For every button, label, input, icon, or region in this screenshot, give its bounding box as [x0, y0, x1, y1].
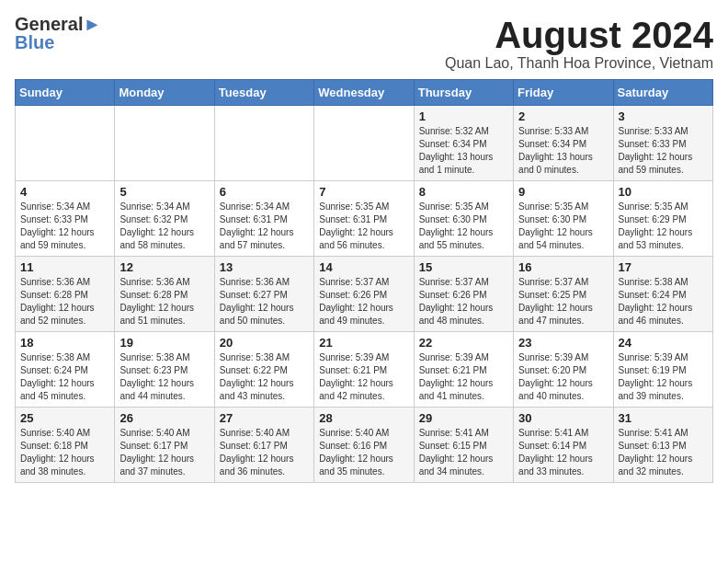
table-row: 26Sunrise: 5:40 AM Sunset: 6:17 PM Dayli…: [115, 408, 214, 483]
day-info: Sunrise: 5:41 AM Sunset: 6:14 PM Dayligh…: [518, 427, 608, 478]
table-row: 6Sunrise: 5:34 AM Sunset: 6:31 PM Daylig…: [214, 181, 313, 257]
header-friday: Friday: [514, 80, 613, 106]
day-info: Sunrise: 5:37 AM Sunset: 6:26 PM Dayligh…: [419, 276, 508, 327]
page-header: General► Blue August 2024 Quan Lao, Than…: [15, 15, 713, 72]
header-sunday: Sunday: [16, 80, 115, 106]
day-number: 4: [20, 185, 109, 199]
day-number: 5: [119, 185, 209, 199]
table-row: [314, 106, 414, 181]
calendar-week-row: 4Sunrise: 5:34 AM Sunset: 6:33 PM Daylig…: [16, 181, 713, 257]
day-number: 29: [419, 411, 508, 425]
calendar-week-row: 11Sunrise: 5:36 AM Sunset: 6:28 PM Dayli…: [16, 257, 713, 332]
day-info: Sunrise: 5:40 AM Sunset: 6:17 PM Dayligh…: [119, 427, 209, 478]
day-number: 22: [419, 336, 508, 350]
day-number: 27: [220, 411, 309, 425]
table-row: 18Sunrise: 5:38 AM Sunset: 6:24 PM Dayli…: [16, 332, 115, 408]
day-number: 31: [619, 411, 708, 425]
day-number: 16: [518, 260, 608, 274]
table-row: 21Sunrise: 5:39 AM Sunset: 6:21 PM Dayli…: [314, 332, 414, 408]
table-row: 10Sunrise: 5:35 AM Sunset: 6:29 PM Dayli…: [613, 181, 712, 257]
day-info: Sunrise: 5:35 AM Sunset: 6:29 PM Dayligh…: [619, 201, 708, 252]
table-row: [115, 106, 214, 181]
table-row: 16Sunrise: 5:37 AM Sunset: 6:25 PM Dayli…: [514, 257, 613, 332]
day-info: Sunrise: 5:40 AM Sunset: 6:16 PM Dayligh…: [319, 427, 408, 478]
day-number: 11: [20, 260, 109, 274]
day-info: Sunrise: 5:38 AM Sunset: 6:24 PM Dayligh…: [619, 276, 708, 327]
day-number: 15: [419, 260, 508, 274]
table-row: 8Sunrise: 5:35 AM Sunset: 6:30 PM Daylig…: [414, 181, 513, 257]
table-row: 28Sunrise: 5:40 AM Sunset: 6:16 PM Dayli…: [314, 408, 414, 483]
day-number: 28: [319, 411, 408, 425]
day-info: Sunrise: 5:35 AM Sunset: 6:30 PM Dayligh…: [518, 201, 608, 252]
day-info: Sunrise: 5:38 AM Sunset: 6:23 PM Dayligh…: [119, 351, 209, 403]
day-info: Sunrise: 5:38 AM Sunset: 6:24 PM Dayligh…: [20, 351, 109, 403]
day-info: Sunrise: 5:41 AM Sunset: 6:15 PM Dayligh…: [419, 427, 508, 478]
day-info: Sunrise: 5:36 AM Sunset: 6:28 PM Dayligh…: [20, 276, 109, 327]
table-row: 4Sunrise: 5:34 AM Sunset: 6:33 PM Daylig…: [16, 181, 115, 257]
day-info: Sunrise: 5:37 AM Sunset: 6:26 PM Dayligh…: [319, 276, 408, 327]
day-number: 25: [20, 411, 109, 425]
table-row: 15Sunrise: 5:37 AM Sunset: 6:26 PM Dayli…: [414, 257, 513, 332]
day-info: Sunrise: 5:40 AM Sunset: 6:17 PM Dayligh…: [220, 427, 309, 478]
header-wednesday: Wednesday: [314, 80, 414, 106]
table-row: 9Sunrise: 5:35 AM Sunset: 6:30 PM Daylig…: [514, 181, 613, 257]
day-number: 18: [20, 336, 109, 350]
day-info: Sunrise: 5:36 AM Sunset: 6:28 PM Dayligh…: [119, 276, 209, 327]
table-row: 20Sunrise: 5:38 AM Sunset: 6:22 PM Dayli…: [214, 332, 313, 408]
day-info: Sunrise: 5:34 AM Sunset: 6:31 PM Dayligh…: [220, 201, 309, 252]
month-title: August 2024: [445, 15, 713, 55]
day-number: 1: [419, 109, 508, 123]
day-info: Sunrise: 5:33 AM Sunset: 6:34 PM Dayligh…: [518, 125, 608, 177]
table-row: 14Sunrise: 5:37 AM Sunset: 6:26 PM Dayli…: [314, 257, 414, 332]
day-info: Sunrise: 5:38 AM Sunset: 6:22 PM Dayligh…: [220, 351, 309, 403]
header-monday: Monday: [115, 80, 214, 106]
day-info: Sunrise: 5:35 AM Sunset: 6:31 PM Dayligh…: [319, 201, 408, 252]
table-row: 13Sunrise: 5:36 AM Sunset: 6:27 PM Dayli…: [214, 257, 313, 332]
calendar-table: Sunday Monday Tuesday Wednesday Thursday…: [15, 79, 713, 483]
day-number: 3: [619, 109, 708, 123]
header-saturday: Saturday: [613, 80, 712, 106]
day-number: 30: [518, 411, 608, 425]
logo-line1: General►: [15, 15, 101, 33]
calendar-week-row: 25Sunrise: 5:40 AM Sunset: 6:18 PM Dayli…: [16, 408, 713, 483]
table-row: 11Sunrise: 5:36 AM Sunset: 6:28 PM Dayli…: [16, 257, 115, 332]
day-number: 9: [518, 185, 608, 199]
day-number: 6: [220, 185, 309, 199]
table-row: 1Sunrise: 5:32 AM Sunset: 6:34 PM Daylig…: [414, 106, 513, 181]
table-row: 22Sunrise: 5:39 AM Sunset: 6:21 PM Dayli…: [414, 332, 513, 408]
table-row: 7Sunrise: 5:35 AM Sunset: 6:31 PM Daylig…: [314, 181, 414, 257]
calendar-week-row: 18Sunrise: 5:38 AM Sunset: 6:24 PM Dayli…: [16, 332, 713, 408]
table-row: 17Sunrise: 5:38 AM Sunset: 6:24 PM Dayli…: [613, 257, 712, 332]
title-block: August 2024 Quan Lao, Thanh Hoa Province…: [445, 15, 713, 72]
day-info: Sunrise: 5:36 AM Sunset: 6:27 PM Dayligh…: [220, 276, 309, 327]
table-row: 19Sunrise: 5:38 AM Sunset: 6:23 PM Dayli…: [115, 332, 214, 408]
table-row: 12Sunrise: 5:36 AM Sunset: 6:28 PM Dayli…: [115, 257, 214, 332]
day-info: Sunrise: 5:34 AM Sunset: 6:32 PM Dayligh…: [119, 201, 209, 252]
day-info: Sunrise: 5:41 AM Sunset: 6:13 PM Dayligh…: [619, 427, 708, 478]
day-number: 7: [319, 185, 408, 199]
day-number: 20: [220, 336, 309, 350]
day-number: 23: [518, 336, 608, 350]
table-row: 24Sunrise: 5:39 AM Sunset: 6:19 PM Dayli…: [613, 332, 712, 408]
table-row: 3Sunrise: 5:33 AM Sunset: 6:33 PM Daylig…: [613, 106, 712, 181]
day-number: 19: [119, 336, 209, 350]
header-tuesday: Tuesday: [214, 80, 313, 106]
table-row: 25Sunrise: 5:40 AM Sunset: 6:18 PM Dayli…: [16, 408, 115, 483]
table-row: 23Sunrise: 5:39 AM Sunset: 6:20 PM Dayli…: [514, 332, 613, 408]
day-info: Sunrise: 5:39 AM Sunset: 6:19 PM Dayligh…: [619, 351, 708, 403]
day-number: 14: [319, 260, 408, 274]
day-info: Sunrise: 5:39 AM Sunset: 6:20 PM Dayligh…: [518, 351, 608, 403]
calendar-week-row: 1Sunrise: 5:32 AM Sunset: 6:34 PM Daylig…: [16, 106, 713, 181]
table-row: [214, 106, 313, 181]
table-row: 5Sunrise: 5:34 AM Sunset: 6:32 PM Daylig…: [115, 181, 214, 257]
calendar-header-row: Sunday Monday Tuesday Wednesday Thursday…: [16, 80, 713, 106]
day-number: 13: [220, 260, 309, 274]
day-info: Sunrise: 5:40 AM Sunset: 6:18 PM Dayligh…: [20, 427, 109, 478]
table-row: 2Sunrise: 5:33 AM Sunset: 6:34 PM Daylig…: [514, 106, 613, 181]
logo: General► Blue: [15, 15, 101, 52]
day-number: 2: [518, 109, 608, 123]
header-thursday: Thursday: [414, 80, 513, 106]
table-row: 29Sunrise: 5:41 AM Sunset: 6:15 PM Dayli…: [414, 408, 513, 483]
day-info: Sunrise: 5:35 AM Sunset: 6:30 PM Dayligh…: [419, 201, 508, 252]
day-info: Sunrise: 5:33 AM Sunset: 6:33 PM Dayligh…: [619, 125, 708, 177]
